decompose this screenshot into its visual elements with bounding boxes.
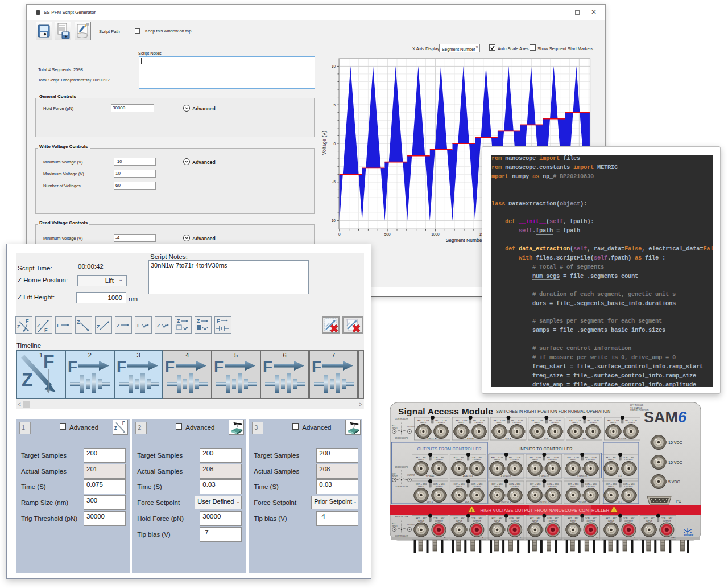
svg-text:CON → MIC: CON → MIC — [623, 517, 635, 520]
svg-text:OUTPUT: OUTPUT — [435, 520, 444, 523]
svg-text:CON → MIC: CON → MIC — [433, 483, 445, 486]
svg-text:MIC → CON: MIC → CON — [547, 457, 559, 459]
svg-text:MICROSCOPE: MICROSCOPE — [395, 466, 408, 468]
svg-text:EXT → MIC: EXT → MIC — [530, 517, 541, 520]
svg-text:OUTPUT: OUTPUT — [586, 520, 595, 523]
svg-text:CONTROLLER: CONTROLLER — [395, 418, 408, 420]
svg-text:SUM: SUM — [544, 438, 548, 440]
svg-text:1000: 1000 — [431, 232, 440, 236]
svg-text:CON → MIC: CON → MIC — [471, 483, 483, 486]
svg-text:OUTPUT: OUTPUT — [407, 474, 415, 476]
svg-text:INPUT: INPUT — [420, 422, 427, 424]
svg-text:EXT → MIC: EXT → MIC — [606, 483, 617, 486]
svg-text:INPUT: INPUT — [572, 422, 579, 424]
svg-text:5 VDC: 5 VDC — [668, 480, 680, 484]
svg-text:F: F — [214, 358, 224, 376]
svg-text:OUTPUT 1: OUTPUT 1 — [501, 501, 511, 503]
svg-text:OUTPUT: OUTPUT — [624, 459, 634, 461]
svg-text:FUTURE: FUTURE — [578, 501, 586, 503]
svg-text:EXT → MIC: EXT → MIC — [492, 483, 503, 486]
svg-text:SAM6: SAM6 — [644, 409, 687, 426]
svg-text:EXT → CON: EXT → CON — [530, 457, 541, 459]
svg-text:MIC → CON: MIC → CON — [435, 420, 447, 422]
svg-text:OUTPUT: OUTPUT — [549, 486, 558, 488]
svg-text:F: F — [44, 327, 48, 333]
svg-text:OUTPUTS FROM CONTROLLER: OUTPUTS FROM CONTROLLER — [417, 446, 481, 451]
svg-text:INPUT: INPUT — [456, 520, 463, 523]
svg-text:OUTPUT: OUTPUT — [511, 459, 520, 461]
svg-text:Voltage (V): Voltage (V) — [321, 131, 327, 155]
svg-text:VERTICAL: VERTICAL — [427, 438, 437, 440]
svg-text:OUTPUT: OUTPUT — [437, 422, 446, 424]
svg-text:OUTPUT: OUTPUT — [475, 422, 484, 424]
svg-text:-10: -10 — [330, 219, 336, 223]
svg-text:0: 0 — [338, 232, 341, 236]
svg-text:OUTPUT: OUTPUT — [624, 520, 634, 523]
svg-text:Z: Z — [197, 318, 200, 324]
svg-text:F: F — [312, 358, 321, 376]
svg-text:OUTPUT: OUTPUT — [513, 422, 522, 424]
svg-text:INPUT: INPUT — [456, 486, 463, 488]
svg-text:F: F — [165, 358, 175, 376]
svg-text:Z: Z — [117, 323, 120, 328]
svg-text:INPUT: INPUT — [608, 486, 615, 488]
svg-text:INPUT: INPUT — [494, 486, 501, 488]
svg-text:OUTPUT: OUTPUT — [627, 422, 636, 424]
svg-text:INPUT: INPUT — [570, 486, 577, 488]
svg-text:CON → MIC: CON → MIC — [623, 483, 635, 486]
svg-text:OUTPUT: OUTPUT — [663, 520, 672, 523]
svg-text:O-D: O-D — [618, 475, 622, 478]
svg-text:EXT → MIC: EXT → MIC — [606, 457, 617, 459]
svg-text:MIC → CON: MIC → CON — [549, 420, 561, 422]
svg-text:EXT → MIC: EXT → MIC — [606, 517, 617, 520]
svg-text:LATERAL: LATERAL — [466, 438, 474, 440]
svg-text:MIC → CON: MIC → CON — [509, 457, 521, 459]
svg-text:EXT → MIC: EXT → MIC — [454, 483, 465, 486]
svg-text:5: 5 — [333, 103, 336, 107]
svg-text:OUTPUT: OUTPUT — [407, 426, 415, 428]
svg-text:Z: Z — [157, 323, 160, 328]
svg-text:CON → MIC: CON → MIC — [433, 517, 445, 520]
svg-text:Z: Z — [114, 425, 117, 431]
svg-text:500: 500 — [384, 232, 391, 236]
svg-text:X SENSOR: X SENSOR — [539, 475, 549, 478]
svg-text:Z+: Z+ — [595, 537, 598, 539]
svg-text:HIGH VOLTAGE OUTPUT FROM NANOS: HIGH VOLTAGE OUTPUT FROM NANOSCOPE CONTR… — [480, 508, 609, 513]
svg-text:CON → MIC: CON → MIC — [509, 483, 521, 486]
svg-text:INPUT: INPUT — [494, 459, 501, 461]
svg-text:CON → MIC: CON → MIC — [509, 517, 521, 520]
svg-text:OUTPUT: OUTPUT — [589, 422, 598, 424]
svg-text:EXT → MIC: EXT → MIC — [492, 517, 503, 520]
svg-text:INPUT: INPUT — [608, 520, 615, 523]
svg-text:Y SENSOR: Y SENSOR — [577, 475, 587, 478]
svg-text:SWITCHES IN RIGHT POSITION FOR: SWITCHES IN RIGHT POSITION FOR NORMAL OP… — [496, 409, 610, 414]
svg-text:CON → MIC: CON → MIC — [547, 483, 559, 486]
svg-text:OUTPUT: OUTPUT — [586, 486, 595, 488]
svg-text:OUTPUT: OUTPUT — [473, 459, 482, 461]
svg-text:EXT → MIC: EXT → MIC — [416, 457, 427, 459]
svg-text:INPUT: INPUT — [532, 520, 539, 523]
svg-text:EXT → MIC: EXT → MIC — [568, 483, 579, 486]
svg-text:EXT → CON: EXT → CON — [417, 420, 429, 422]
svg-text:OUTPUT: OUTPUT — [551, 422, 560, 424]
svg-text:F: F — [68, 358, 77, 376]
svg-text:F: F — [57, 323, 60, 328]
svg-text:EXT → CON: EXT → CON — [456, 420, 468, 422]
svg-text:!: ! — [471, 508, 473, 512]
svg-text:EXT → CON: EXT → CON — [569, 420, 581, 422]
svg-text:MIC → CON: MIC → CON — [511, 420, 523, 422]
svg-text:F: F — [117, 358, 126, 376]
svg-text:ANALOG 2: ANALOG 2 — [463, 475, 473, 478]
svg-text:!: ! — [614, 508, 615, 512]
svg-text:MICROSCOPE: MICROSCOPE — [395, 437, 408, 439]
svg-text:Z HV: Z HV — [671, 537, 676, 539]
svg-text:INPUT: INPUT — [456, 459, 463, 461]
svg-text:MICROSCOPE: MICROSCOPE — [395, 516, 408, 518]
svg-text:INPUT: INPUT — [570, 520, 577, 523]
svg-text:Segment Number: Segment Number — [446, 237, 484, 243]
svg-text:SWITCH POSITION: SWITCH POSITION — [630, 409, 649, 412]
svg-text:OUTPUT: OUTPUT — [511, 520, 520, 523]
svg-text:OUTPUT: OUTPUT — [407, 524, 415, 526]
svg-text:F: F — [263, 358, 272, 376]
svg-text:INPUT: INPUT — [608, 459, 615, 461]
